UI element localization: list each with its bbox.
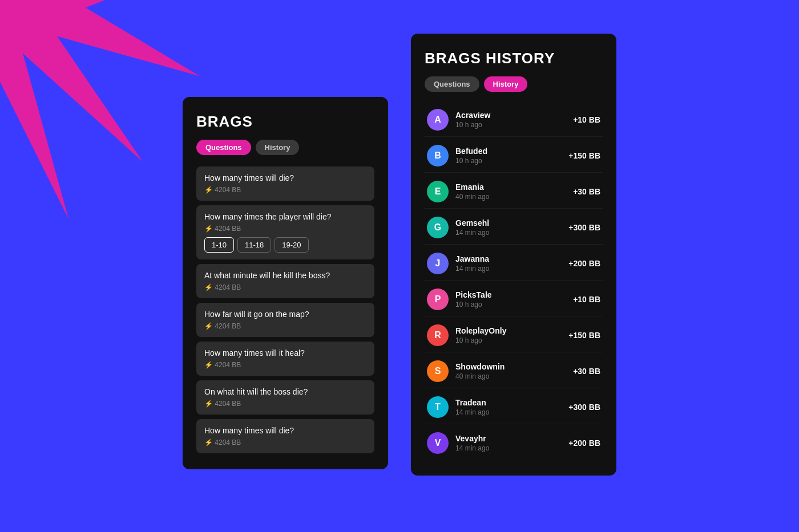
history-info: PicksTale10 h ago	[455, 290, 573, 308]
question-meta: ⚡ 4204 BB	[204, 186, 366, 194]
answer-option-button[interactable]: 1-10	[204, 237, 234, 253]
question-text: How many times will die?	[204, 426, 366, 435]
brags-tab-group: Questions History	[196, 140, 374, 155]
history-timestamp: 14 min ago	[455, 229, 568, 237]
history-bb-amount: +150 BB	[568, 151, 600, 160]
history-info: RoleplayOnly10 h ago	[455, 326, 568, 344]
question-meta: ⚡ 4204 BB	[204, 361, 366, 369]
history-info: Gemsehl14 min ago	[455, 218, 568, 237]
question-text: How many times will it heal?	[204, 348, 366, 358]
avatar: E	[427, 181, 449, 202]
history-info: Vevayhr14 min ago	[455, 434, 568, 452]
list-item[interactable]: At what minute will he kill the boss?⚡ 4…	[196, 264, 374, 298]
avatar: P	[427, 289, 449, 310]
history-info: Befuded10 h ago	[455, 147, 568, 165]
history-info: Showdownin40 min ago	[455, 362, 573, 380]
table-row: JJawanna14 min ago+200 BB	[425, 247, 603, 281]
table-row: PPicksTale10 h ago+10 BB	[425, 283, 603, 316]
table-row: SShowdownin40 min ago+30 BB	[425, 355, 603, 388]
history-info: Tradean14 min ago	[455, 398, 568, 416]
history-bb-amount: +300 BB	[568, 403, 600, 412]
history-info: Acraview10 h ago	[455, 111, 573, 129]
question-meta: ⚡ 4204 BB	[204, 322, 366, 330]
history-username: Emania	[455, 182, 573, 192]
question-meta: ⚡ 4204 BB	[204, 283, 366, 291]
history-timestamp: 14 min ago	[455, 265, 568, 273]
brags-panel: BRAGS Questions History How many times w…	[183, 97, 388, 469]
history-username: RoleplayOnly	[455, 326, 568, 335]
history-username: Vevayhr	[455, 434, 568, 443]
question-meta: ⚡ 4204 BB	[204, 225, 366, 233]
history-timestamp: 10 h ago	[455, 157, 568, 165]
answer-option-button[interactable]: 19-20	[275, 237, 308, 253]
avatar: R	[427, 324, 449, 346]
history-info: Jawanna14 min ago	[455, 254, 568, 273]
history-username: Jawanna	[455, 254, 568, 263]
history-timestamp: 40 min ago	[455, 193, 573, 201]
list-item[interactable]: How far will it go on the map?⚡ 4204 BB	[196, 303, 374, 337]
avatar: T	[427, 396, 449, 418]
history-bb-amount: +200 BB	[568, 259, 600, 268]
history-timestamp: 14 min ago	[455, 444, 568, 452]
history-username: Tradean	[455, 398, 568, 407]
history-tab-group: Questions History	[425, 76, 603, 92]
table-row: BBefuded10 h ago+150 BB	[425, 139, 603, 173]
history-timestamp: 10 h ago	[455, 336, 568, 344]
table-row: GGemsehl14 min ago+300 BB	[425, 211, 603, 245]
question-text: At what minute will he kill the boss?	[204, 271, 366, 280]
answer-option-button[interactable]: 11-18	[237, 237, 271, 253]
brags-history-panel: BRAGS HISTORY Questions History AAcravie…	[411, 34, 616, 476]
history-bb-amount: +150 BB	[568, 331, 600, 340]
list-item[interactable]: How many times the player will die?⚡ 420…	[196, 205, 374, 259]
history-bb-amount: +10 BB	[573, 115, 600, 124]
history-username: Acraview	[455, 111, 573, 120]
question-text: How many times the player will die?	[204, 212, 366, 221]
history-timestamp: 10 h ago	[455, 121, 573, 129]
question-meta: ⚡ 4204 BB	[204, 400, 366, 408]
history-timestamp: 10 h ago	[455, 300, 573, 308]
avatar: S	[427, 360, 449, 382]
list-item[interactable]: How many times will die?⚡ 4204 BB	[196, 419, 374, 453]
history-bb-amount: +300 BB	[568, 223, 600, 232]
avatar: V	[427, 432, 449, 454]
history-bb-amount: +30 BB	[573, 187, 600, 196]
history-info: Emania40 min ago	[455, 182, 573, 201]
history-username: Showdownin	[455, 362, 573, 371]
history-bb-amount: +30 BB	[573, 367, 600, 376]
list-item[interactable]: How many times will it heal?⚡ 4204 BB	[196, 342, 374, 376]
history-timestamp: 14 min ago	[455, 408, 568, 416]
list-item[interactable]: On what hit will the boss die?⚡ 4204 BB	[196, 380, 374, 415]
history-bb-amount: +200 BB	[568, 438, 600, 448]
tab-questions-right[interactable]: Questions	[425, 76, 479, 92]
brags-history-title: BRAGS HISTORY	[425, 50, 603, 67]
table-row: VVevayhr14 min ago+200 BB	[425, 427, 603, 460]
list-item[interactable]: How many times will die?⚡ 4204 BB	[196, 166, 374, 201]
question-text: How far will it go on the map?	[204, 310, 366, 319]
question-text: On what hit will the boss die?	[204, 387, 366, 396]
brags-title: BRAGS	[196, 113, 374, 131]
avatar: J	[427, 253, 449, 274]
answer-options: 1-1011-1819-20	[204, 237, 366, 253]
question-text: How many times will die?	[204, 173, 366, 182]
history-username: PicksTale	[455, 290, 573, 299]
question-meta: ⚡ 4204 BB	[204, 438, 366, 446]
tab-questions-left[interactable]: Questions	[196, 140, 251, 155]
table-row: AAcraview10 h ago+10 BB	[425, 103, 603, 137]
table-row: EEmania40 min ago+30 BB	[425, 175, 603, 209]
history-bb-amount: +10 BB	[573, 295, 600, 304]
table-row: TTradean14 min ago+300 BB	[425, 391, 603, 424]
tab-history-right[interactable]: History	[484, 76, 528, 92]
avatar: G	[427, 217, 449, 238]
question-list: How many times will die?⚡ 4204 BBHow man…	[196, 166, 374, 453]
avatar: A	[427, 109, 449, 131]
tab-history-left[interactable]: History	[256, 140, 300, 155]
history-username: Befuded	[455, 147, 568, 156]
table-row: RRoleplayOnly10 h ago+150 BB	[425, 319, 603, 352]
history-list: AAcraview10 h ago+10 BBBBefuded10 h ago+…	[425, 103, 603, 460]
history-timestamp: 40 min ago	[455, 372, 573, 380]
avatar: B	[427, 145, 449, 166]
history-username: Gemsehl	[455, 218, 568, 228]
